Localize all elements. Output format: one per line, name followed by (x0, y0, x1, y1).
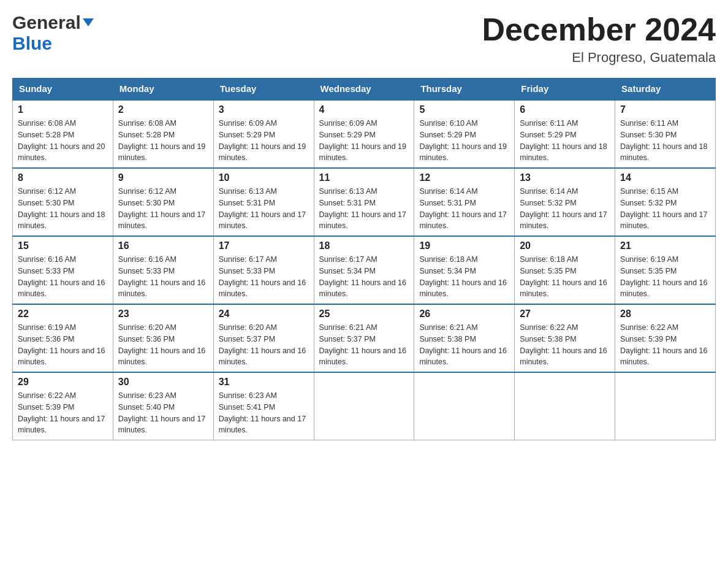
calendar-header-saturday: Saturday (615, 79, 716, 100)
day-info: Sunrise: 6:16 AMSunset: 5:33 PMDaylight:… (118, 254, 208, 300)
calendar-cell: 20Sunrise: 6:18 AMSunset: 5:35 PMDayligh… (515, 236, 615, 304)
calendar-cell: 4Sunrise: 6:09 AMSunset: 5:29 PMDaylight… (314, 100, 414, 169)
calendar-cell: 23Sunrise: 6:20 AMSunset: 5:36 PMDayligh… (113, 304, 213, 372)
day-number: 30 (118, 377, 208, 388)
month-title: December 2024 (482, 12, 716, 47)
calendar-table: SundayMondayTuesdayWednesdayThursdayFrid… (12, 78, 716, 440)
calendar-cell: 24Sunrise: 6:20 AMSunset: 5:37 PMDayligh… (213, 304, 314, 372)
day-number: 28 (620, 308, 710, 320)
day-info: Sunrise: 6:12 AMSunset: 5:30 PMDaylight:… (118, 186, 208, 232)
calendar-header-tuesday: Tuesday (213, 79, 314, 100)
day-info: Sunrise: 6:15 AMSunset: 5:32 PMDaylight:… (620, 186, 710, 232)
calendar-cell (515, 372, 615, 440)
day-info: Sunrise: 6:19 AMSunset: 5:35 PMDaylight:… (620, 254, 710, 300)
day-number: 10 (219, 172, 309, 183)
day-info: Sunrise: 6:13 AMSunset: 5:31 PMDaylight:… (319, 186, 409, 232)
day-number: 11 (319, 172, 409, 183)
calendar-cell: 13Sunrise: 6:14 AMSunset: 5:32 PMDayligh… (515, 168, 615, 236)
day-info: Sunrise: 6:08 AMSunset: 5:28 PMDaylight:… (118, 118, 208, 164)
calendar-cell: 3Sunrise: 6:09 AMSunset: 5:29 PMDaylight… (213, 100, 314, 169)
day-number: 1 (18, 104, 108, 115)
day-info: Sunrise: 6:10 AMSunset: 5:29 PMDaylight:… (419, 118, 509, 164)
day-number: 20 (520, 240, 610, 251)
calendar-cell: 30Sunrise: 6:23 AMSunset: 5:40 PMDayligh… (113, 372, 213, 440)
day-info: Sunrise: 6:11 AMSunset: 5:29 PMDaylight:… (520, 118, 610, 164)
day-info: Sunrise: 6:21 AMSunset: 5:37 PMDaylight:… (319, 322, 409, 368)
calendar-cell: 31Sunrise: 6:23 AMSunset: 5:41 PMDayligh… (213, 372, 314, 440)
calendar-cell: 15Sunrise: 6:16 AMSunset: 5:33 PMDayligh… (13, 236, 113, 304)
calendar-week-row: 29Sunrise: 6:22 AMSunset: 5:39 PMDayligh… (13, 372, 716, 440)
calendar-cell: 9Sunrise: 6:12 AMSunset: 5:30 PMDaylight… (113, 168, 213, 236)
calendar-cell (314, 372, 414, 440)
day-info: Sunrise: 6:09 AMSunset: 5:29 PMDaylight:… (319, 118, 409, 164)
calendar-cell: 1Sunrise: 6:08 AMSunset: 5:28 PMDaylight… (13, 100, 113, 169)
calendar-cell: 26Sunrise: 6:21 AMSunset: 5:38 PMDayligh… (414, 304, 515, 372)
day-number: 15 (18, 240, 108, 251)
calendar-week-row: 22Sunrise: 6:19 AMSunset: 5:36 PMDayligh… (13, 304, 716, 372)
day-info: Sunrise: 6:19 AMSunset: 5:36 PMDaylight:… (18, 322, 108, 368)
calendar-cell: 2Sunrise: 6:08 AMSunset: 5:28 PMDaylight… (113, 100, 213, 169)
logo-blue: Blue (12, 33, 52, 53)
day-info: Sunrise: 6:17 AMSunset: 5:33 PMDaylight:… (219, 254, 309, 300)
day-number: 12 (419, 172, 509, 183)
location-title: El Progreso, Guatemala (482, 50, 716, 66)
day-number: 27 (520, 308, 610, 320)
calendar-cell: 17Sunrise: 6:17 AMSunset: 5:33 PMDayligh… (213, 236, 314, 304)
calendar-cell: 25Sunrise: 6:21 AMSunset: 5:37 PMDayligh… (314, 304, 414, 372)
day-info: Sunrise: 6:18 AMSunset: 5:35 PMDaylight:… (520, 254, 610, 300)
day-info: Sunrise: 6:16 AMSunset: 5:33 PMDaylight:… (18, 254, 108, 300)
day-number: 2 (118, 104, 208, 115)
calendar-cell (414, 372, 515, 440)
day-number: 18 (319, 240, 409, 251)
day-info: Sunrise: 6:09 AMSunset: 5:29 PMDaylight:… (219, 118, 309, 164)
calendar-cell: 6Sunrise: 6:11 AMSunset: 5:29 PMDaylight… (515, 100, 615, 169)
day-number: 8 (18, 172, 108, 183)
calendar-week-row: 8Sunrise: 6:12 AMSunset: 5:30 PMDaylight… (13, 168, 716, 236)
day-info: Sunrise: 6:14 AMSunset: 5:31 PMDaylight:… (419, 186, 509, 232)
calendar-cell: 21Sunrise: 6:19 AMSunset: 5:35 PMDayligh… (615, 236, 716, 304)
day-number: 22 (18, 308, 108, 320)
calendar-header-friday: Friday (515, 79, 615, 100)
day-number: 25 (319, 308, 409, 320)
calendar-header-thursday: Thursday (414, 79, 515, 100)
calendar-cell (615, 372, 716, 440)
day-info: Sunrise: 6:20 AMSunset: 5:37 PMDaylight:… (219, 322, 309, 368)
logo-general: General (12, 12, 81, 33)
day-info: Sunrise: 6:18 AMSunset: 5:34 PMDaylight:… (419, 254, 509, 300)
day-info: Sunrise: 6:13 AMSunset: 5:31 PMDaylight:… (219, 186, 309, 232)
calendar-cell: 16Sunrise: 6:16 AMSunset: 5:33 PMDayligh… (113, 236, 213, 304)
day-number: 13 (520, 172, 610, 183)
calendar-header-wednesday: Wednesday (314, 79, 414, 100)
day-number: 19 (419, 240, 509, 251)
calendar-week-row: 1Sunrise: 6:08 AMSunset: 5:28 PMDaylight… (13, 100, 716, 169)
calendar-cell: 28Sunrise: 6:22 AMSunset: 5:39 PMDayligh… (615, 304, 716, 372)
day-info: Sunrise: 6:17 AMSunset: 5:34 PMDaylight:… (319, 254, 409, 300)
calendar-cell: 5Sunrise: 6:10 AMSunset: 5:29 PMDaylight… (414, 100, 515, 169)
logo-arrow-icon (83, 18, 94, 26)
day-info: Sunrise: 6:21 AMSunset: 5:38 PMDaylight:… (419, 322, 509, 368)
calendar-cell: 11Sunrise: 6:13 AMSunset: 5:31 PMDayligh… (314, 168, 414, 236)
calendar-cell: 8Sunrise: 6:12 AMSunset: 5:30 PMDaylight… (13, 168, 113, 236)
calendar-cell: 18Sunrise: 6:17 AMSunset: 5:34 PMDayligh… (314, 236, 414, 304)
day-number: 26 (419, 308, 509, 320)
calendar-week-row: 15Sunrise: 6:16 AMSunset: 5:33 PMDayligh… (13, 236, 716, 304)
calendar-cell: 10Sunrise: 6:13 AMSunset: 5:31 PMDayligh… (213, 168, 314, 236)
day-number: 17 (219, 240, 309, 251)
calendar-cell: 22Sunrise: 6:19 AMSunset: 5:36 PMDayligh… (13, 304, 113, 372)
day-number: 14 (620, 172, 710, 183)
title-block: December 2024 El Progreso, Guatemala (482, 12, 716, 66)
day-info: Sunrise: 6:14 AMSunset: 5:32 PMDaylight:… (520, 186, 610, 232)
calendar-cell: 7Sunrise: 6:11 AMSunset: 5:30 PMDaylight… (615, 100, 716, 169)
day-number: 4 (319, 104, 409, 115)
day-info: Sunrise: 6:22 AMSunset: 5:39 PMDaylight:… (620, 322, 710, 368)
day-number: 5 (419, 104, 509, 115)
calendar-cell: 14Sunrise: 6:15 AMSunset: 5:32 PMDayligh… (615, 168, 716, 236)
day-number: 21 (620, 240, 710, 251)
day-number: 23 (118, 308, 208, 320)
calendar-header-monday: Monday (113, 79, 213, 100)
calendar-cell: 12Sunrise: 6:14 AMSunset: 5:31 PMDayligh… (414, 168, 515, 236)
day-number: 3 (219, 104, 309, 115)
day-number: 29 (18, 377, 108, 388)
calendar-header-sunday: Sunday (13, 79, 113, 100)
logo: General Blue (12, 12, 94, 54)
